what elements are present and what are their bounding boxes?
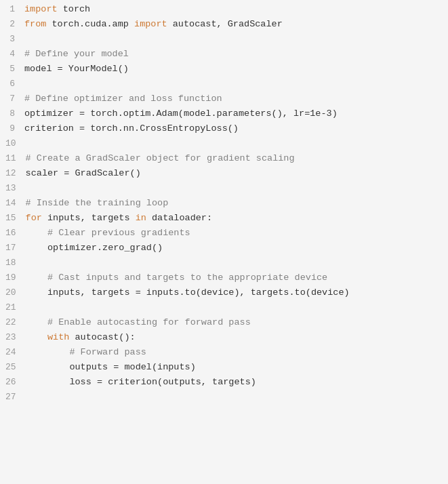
line-content: # Forward pass bbox=[26, 346, 443, 360]
line-content: for inputs, targets in dataloader: bbox=[26, 211, 443, 226]
code-line: 21 bbox=[0, 301, 448, 316]
line-content bbox=[26, 182, 443, 196]
line-content: # Cast inputs and targets to the appropr… bbox=[26, 271, 443, 285]
code-line: 11# Create a GradScaler object for gradi… bbox=[0, 152, 448, 167]
line-number: 24 bbox=[5, 346, 26, 359]
line-number: 19 bbox=[5, 271, 26, 285]
line-content: import torch bbox=[24, 3, 443, 17]
line-number: 12 bbox=[5, 167, 26, 180]
code-line: 5model = YourModel() bbox=[0, 62, 448, 77]
code-line: 14# Inside the training loop bbox=[0, 197, 448, 211]
line-number: 15 bbox=[5, 211, 26, 225]
code-line: 20 inputs, targets = inputs.to(device), … bbox=[0, 286, 448, 301]
code-line: 2from torch.cuda.amp import autocast, Gr… bbox=[0, 18, 448, 33]
line-content bbox=[26, 137, 443, 151]
line-number: 23 bbox=[5, 331, 26, 344]
line-number: 27 bbox=[5, 390, 26, 404]
code-line: 3 bbox=[0, 33, 448, 47]
line-number: 1 bbox=[5, 3, 24, 16]
code-line: 23 with autocast(): bbox=[0, 331, 448, 346]
code-line: 15for inputs, targets in dataloader: bbox=[0, 211, 448, 226]
line-number: 9 bbox=[5, 122, 24, 136]
line-content: # Define optimizer and loss function bbox=[24, 92, 443, 106]
line-number: 5 bbox=[5, 62, 24, 76]
line-number: 21 bbox=[5, 301, 26, 315]
line-number: 2 bbox=[5, 18, 24, 31]
line-number: 11 bbox=[5, 152, 26, 165]
line-content: loss = criterion(outputs, targets) bbox=[26, 376, 443, 390]
line-number: 7 bbox=[5, 92, 24, 106]
line-number: 16 bbox=[5, 226, 26, 240]
line-content bbox=[24, 33, 443, 47]
code-line: 25 outputs = model(inputs) bbox=[0, 361, 448, 376]
code-line: 8optimizer = torch.optim.Adam(model.para… bbox=[0, 107, 448, 122]
line-content: outputs = model(inputs) bbox=[26, 361, 443, 375]
line-number: 20 bbox=[5, 286, 26, 300]
line-content bbox=[24, 77, 443, 92]
code-line: 12scaler = GradScaler() bbox=[0, 167, 448, 182]
line-content bbox=[26, 256, 443, 270]
line-content: from torch.cuda.amp import autocast, Gra… bbox=[24, 18, 443, 32]
line-number: 3 bbox=[5, 33, 24, 46]
code-line: 18 bbox=[0, 256, 448, 271]
code-line: 16 # Clear previous gradients bbox=[0, 226, 448, 241]
code-line: 24 # Forward pass bbox=[0, 346, 448, 361]
line-content: inputs, targets = inputs.to(device), tar… bbox=[26, 286, 443, 300]
code-line: 17 optimizer.zero_grad() bbox=[0, 241, 448, 256]
line-content: # Clear previous gradients bbox=[26, 226, 443, 241]
line-content bbox=[26, 301, 443, 315]
code-line: 10 bbox=[0, 137, 448, 152]
line-content: model = YourModel() bbox=[24, 62, 443, 77]
code-line: 6 bbox=[0, 77, 448, 92]
code-line: 7# Define optimizer and loss function bbox=[0, 92, 448, 107]
line-number: 14 bbox=[5, 197, 26, 210]
line-number: 10 bbox=[5, 137, 26, 150]
line-number: 17 bbox=[5, 241, 26, 255]
line-content: criterion = torch.nn.CrossEntropyLoss() bbox=[24, 122, 443, 136]
code-line: 1import torch bbox=[0, 3, 448, 18]
line-number: 4 bbox=[5, 47, 24, 61]
line-content: # Inside the training loop bbox=[26, 197, 443, 211]
line-number: 6 bbox=[5, 77, 24, 91]
line-number: 8 bbox=[5, 107, 24, 121]
line-content: with autocast(): bbox=[26, 331, 443, 345]
line-number: 18 bbox=[5, 256, 26, 270]
code-editor: 1import torch2from torch.cuda.amp import… bbox=[0, 0, 448, 484]
line-content: # Define your model bbox=[24, 47, 443, 62]
code-line: 9criterion = torch.nn.CrossEntropyLoss() bbox=[0, 122, 448, 137]
line-content: optimizer = torch.optim.Adam(model.param… bbox=[24, 107, 443, 121]
line-content bbox=[26, 390, 443, 405]
line-content: optimizer.zero_grad() bbox=[26, 241, 443, 256]
line-number: 25 bbox=[5, 361, 26, 374]
line-content: # Create a GradScaler object for gradien… bbox=[26, 152, 443, 166]
code-line: 13 bbox=[0, 182, 448, 197]
code-line: 22 # Enable autocasting for forward pass bbox=[0, 316, 448, 331]
code-line: 4# Define your model bbox=[0, 47, 448, 62]
line-number: 13 bbox=[5, 182, 26, 195]
code-line: 19 # Cast inputs and targets to the appr… bbox=[0, 271, 448, 286]
line-number: 22 bbox=[5, 316, 26, 329]
code-line: 27 bbox=[0, 390, 448, 405]
code-line: 26 loss = criterion(outputs, targets) bbox=[0, 376, 448, 390]
line-content: # Enable autocasting for forward pass bbox=[26, 316, 443, 330]
line-number: 26 bbox=[5, 376, 26, 389]
line-content: scaler = GradScaler() bbox=[26, 167, 443, 181]
